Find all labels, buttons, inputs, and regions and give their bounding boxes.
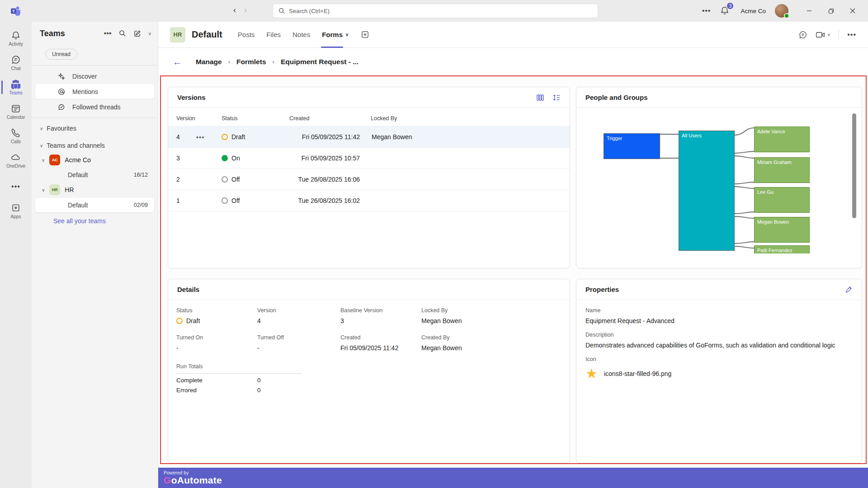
all-users-node[interactable]: All Users	[679, 131, 735, 251]
sidebar-search-icon[interactable]	[119, 30, 126, 37]
section-favourites[interactable]: ∨ Favourites	[32, 122, 158, 135]
mention-icon	[58, 88, 65, 95]
row-menu-icon[interactable]: •••	[196, 133, 205, 141]
tab-forms[interactable]: Forms∨	[318, 22, 352, 48]
user-avatar[interactable]	[775, 4, 788, 18]
breadcrumb-back-icon[interactable]: ←	[173, 56, 182, 67]
channel-more-icon[interactable]: •••	[847, 31, 856, 39]
titlebar-more-icon[interactable]: •••	[702, 7, 711, 15]
powered-by-footer: Powered by GoAutomate	[158, 468, 868, 488]
columns-icon[interactable]	[536, 94, 544, 102]
channel-header: HR Default Posts Files Notes Forms∨ ∨ ••…	[158, 22, 868, 48]
chevron-down-icon: ∨	[40, 143, 43, 148]
forward-icon[interactable]: ›	[244, 5, 247, 15]
run-total-complete: Complete0	[176, 374, 302, 384]
properties-title: Properties	[585, 286, 845, 293]
sidebar-title: Teams	[40, 29, 104, 38]
channel-title: Default	[192, 29, 222, 40]
channel-badge: 02/09	[134, 202, 148, 208]
tab-files[interactable]: Files	[263, 22, 284, 48]
member-node[interactable]: Patti Fernandez	[754, 245, 810, 253]
rail-item-onedrive[interactable]: OneDrive	[0, 148, 32, 173]
version-row-1[interactable]: 1 Off Tue 26/08/2025 16:02	[168, 190, 570, 211]
search-bar[interactable]	[273, 4, 598, 18]
goautomate-logo: GoAutomate	[164, 475, 868, 486]
member-node[interactable]: Adele Vance	[754, 127, 810, 152]
svg-text:T: T	[12, 9, 15, 14]
trigger-node[interactable]: Trigger	[604, 133, 660, 159]
details-title: Details	[177, 286, 561, 293]
compose-chevron-down-icon[interactable]: ∨	[148, 31, 151, 36]
detail-turned-off: Turned Off -	[257, 334, 340, 352]
edit-pencil-icon[interactable]	[845, 286, 853, 293]
property-name-value: Equipment Request - Advanced	[585, 317, 853, 324]
chevron-down-icon: ∨	[827, 32, 830, 37]
add-tab-button[interactable]	[361, 31, 369, 38]
rail-item-apps[interactable]: Apps	[0, 199, 32, 223]
rail-more-button[interactable]: •••	[0, 179, 32, 194]
channel-chat-icon[interactable]	[798, 30, 807, 39]
property-description-value: Demonstrates advanced capabilities of Go…	[585, 342, 853, 349]
notifications-button[interactable]: 3	[720, 5, 731, 17]
add-tab-icon	[361, 31, 369, 38]
tab-posts[interactable]: Posts	[234, 22, 259, 48]
tab-notes[interactable]: Notes	[289, 22, 314, 48]
sidebar-item-mentions[interactable]: Mentions	[35, 84, 154, 99]
version-row-4[interactable]: 4••• Draft Fri 05/09/2025 11:42 Megan Bo…	[168, 126, 570, 147]
properties-card: Properties Name Equipment Request - Adva…	[576, 279, 862, 463]
details-card: Details Status Draft Version 4 Baseline …	[168, 279, 570, 463]
unread-filter-pill[interactable]: Unread	[45, 49, 77, 60]
member-node[interactable]: Miriam Graham	[754, 157, 810, 183]
property-description-label: Description	[585, 332, 853, 338]
chevron-right-icon: ›	[273, 58, 274, 65]
version-row-3[interactable]: 3 On Fri 05/09/2025 10:57	[168, 147, 570, 169]
diagram-scrollbar[interactable]	[852, 113, 856, 218]
team-acme-co[interactable]: ∨ AC Acme Co	[32, 152, 158, 168]
property-name-label: Name	[585, 307, 853, 314]
version-row-2[interactable]: 2 Off Tue 26/08/2025 16:06	[168, 169, 570, 190]
search-input[interactable]	[289, 8, 592, 14]
rail-item-calendar[interactable]: Calendar	[0, 99, 32, 124]
detail-created-by: Created By Megan Bowen	[421, 334, 570, 352]
calls-icon	[11, 128, 21, 138]
close-button[interactable]	[844, 3, 862, 19]
minimize-button[interactable]	[800, 3, 818, 19]
team-hr[interactable]: ∨ HR HR	[32, 182, 158, 197]
back-icon[interactable]: ‹	[233, 5, 236, 15]
meet-button[interactable]: ∨	[816, 31, 830, 39]
calendar-icon	[11, 103, 21, 113]
teams-sidebar: Teams ••• ∨ Unread Discover Mentions Fol…	[32, 22, 158, 488]
rail-item-calls[interactable]: Calls	[0, 124, 32, 148]
discover-sparkle-icon	[58, 73, 65, 80]
teams-icon	[10, 79, 21, 89]
apps-plus-icon	[11, 203, 21, 213]
rail-item-activity[interactable]: Activity	[0, 26, 32, 51]
section-teams-and-channels[interactable]: ∨ Teams and channels	[32, 139, 158, 152]
account-name[interactable]: Acme Co	[741, 8, 766, 14]
sidebar-item-followed-threads[interactable]: Followed threads	[35, 99, 154, 114]
property-icon-label: Icon	[585, 356, 853, 362]
notification-badge: 3	[726, 2, 734, 10]
row-height-icon[interactable]	[552, 94, 561, 102]
versions-card: Versions Version Status Created Locked B…	[168, 87, 570, 268]
channel-acme-default[interactable]: Default 16/12	[32, 168, 154, 182]
see-all-teams-link[interactable]: See all your teams	[32, 213, 158, 225]
main-area: HR Default Posts Files Notes Forms∨ ∨ ••…	[158, 22, 868, 488]
sidebar-item-discover[interactable]: Discover	[35, 69, 154, 84]
breadcrumb-manage[interactable]: Manage	[196, 58, 222, 66]
restore-button[interactable]	[822, 3, 840, 19]
sidebar-more-icon[interactable]: •••	[104, 29, 112, 38]
member-node[interactable]: Lee Gu	[754, 187, 810, 213]
people-groups-card: People and Groups Trigger All Users Adel…	[576, 87, 862, 268]
goautomate-app-area: Versions Version Status Created Locked B…	[160, 75, 867, 464]
run-total-errored: Errored0	[176, 384, 302, 394]
chevron-down-icon: ∨	[40, 126, 43, 131]
rail-item-chat[interactable]: Chat	[0, 51, 32, 75]
status-off-icon	[222, 176, 228, 183]
compose-icon[interactable]	[133, 30, 141, 38]
breadcrumb-formlets[interactable]: Formlets	[236, 58, 266, 66]
member-node[interactable]: Megan Bowen	[754, 217, 810, 243]
channel-hr-default[interactable]: Default 02/09	[35, 198, 154, 212]
star-icon: ★	[585, 367, 598, 380]
rail-item-teams[interactable]: Teams	[0, 75, 32, 99]
